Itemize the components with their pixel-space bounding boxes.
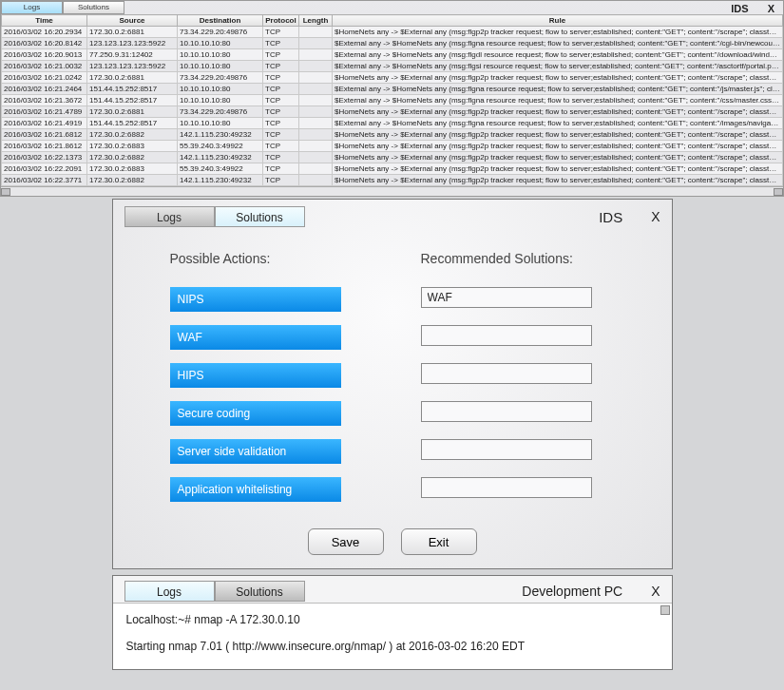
tab-solutions[interactable]: Solutions (63, 1, 124, 14)
table-row[interactable]: 2016/03/02 16:21.8612172.30.0.2:688355.3… (2, 141, 783, 152)
cell-proto: TCP (263, 163, 299, 175)
cell-rule: $External any -> $HomeNets any (msg:flgn… (333, 95, 783, 106)
cell-dst: 142.1.115.230:49232 (178, 152, 263, 163)
cell-time: 2016/03/02 16:20.9013 (2, 49, 87, 61)
recommended-slot-3[interactable] (421, 363, 592, 384)
action-server-side-validation[interactable]: Server side validation (170, 439, 341, 464)
cell-time: 2016/03/02 16:21.6812 (2, 129, 87, 141)
table-row[interactable]: 2016/03/02 16:21.3672151.44.15.252:85171… (2, 95, 783, 106)
cell-len (299, 95, 333, 106)
table-row[interactable]: 2016/03/02 16:21.6812172.30.0.2:6882142.… (2, 129, 783, 141)
cell-proto: TCP (263, 61, 299, 72)
table-row[interactable]: 2016/03/02 16:20.901377.250.9.31:1240210… (2, 49, 783, 61)
cell-time: 2016/03/02 16:21.4789 (2, 106, 87, 118)
cell-src: 172.30.0.2:6881 (87, 106, 178, 118)
cell-len (299, 152, 333, 163)
cell-proto: TCP (263, 84, 299, 95)
horizontal-scrollbar[interactable] (1, 186, 783, 196)
scroll-up-icon[interactable] (660, 605, 670, 615)
cell-src: 172.30.0.2:6883 (87, 141, 178, 152)
recommended-slot-4[interactable] (421, 401, 592, 422)
cell-rule: $HomeNets any -> $External any (msg:flgp… (333, 152, 783, 163)
close-icon[interactable]: X (651, 584, 660, 599)
possible-actions-heading: Possible Actions: (170, 251, 383, 266)
cell-dst: 142.1.115.230:49232 (178, 175, 263, 186)
cell-time: 2016/03/02 16:20.8142 (2, 38, 87, 49)
cell-time: 2016/03/02 16:21.8612 (2, 141, 87, 152)
cell-src: 77.250.9.31:12402 (87, 49, 178, 61)
action-secure-coding[interactable]: Secure coding (170, 401, 341, 426)
col-dest[interactable]: Destination (178, 15, 263, 27)
cell-len (299, 72, 333, 84)
tab-solutions[interactable]: Solutions (215, 206, 305, 227)
cell-dst: 10.10.10.10:80 (178, 38, 263, 49)
cell-time: 2016/03/02 16:21.0242 (2, 72, 87, 84)
table-row[interactable]: 2016/03/02 16:20.2934172.30.0.2:688173.3… (2, 27, 783, 38)
tab-logs[interactable]: Logs (124, 206, 215, 227)
cell-src: 172.30.0.2:6883 (87, 163, 178, 175)
table-row[interactable]: 2016/03/02 16:21.2464151.44.15.252:85171… (2, 84, 783, 95)
cell-proto: TCP (263, 38, 299, 49)
col-source[interactable]: Source (87, 15, 178, 27)
close-icon[interactable]: X (651, 209, 660, 224)
col-protocol[interactable]: Protocol (263, 15, 299, 27)
table-row[interactable]: 2016/03/02 16:22.3771172.30.0.2:6882142.… (2, 175, 783, 186)
close-icon[interactable]: X (768, 3, 774, 14)
cell-proto: TCP (263, 106, 299, 118)
action-waf[interactable]: WAF (170, 325, 341, 350)
table-row[interactable]: 2016/03/02 16:21.0242172.30.0.2:688173.3… (2, 72, 783, 84)
exit-button[interactable]: Exit (401, 528, 477, 555)
cell-len (299, 129, 333, 141)
dev-title: Development PC (522, 584, 622, 599)
table-row[interactable]: 2016/03/02 16:21.4789172.30.0.2:688173.3… (2, 106, 783, 118)
ids-titlebar: IDS X (727, 1, 778, 16)
scroll-right-icon[interactable] (774, 188, 783, 196)
table-row[interactable]: 2016/03/02 16:21.0032123.123.123.123:592… (2, 61, 783, 72)
ids-log-window: Logs Solutions IDS X Time Source Destina… (0, 0, 784, 197)
tab-solutions[interactable]: Solutions (215, 581, 305, 602)
cell-dst: 73.34.229.20:49876 (178, 106, 263, 118)
table-row[interactable]: 2016/03/02 16:22.1373172.30.0.2:6882142.… (2, 152, 783, 163)
cell-proto: TCP (263, 49, 299, 61)
cell-dst: 10.10.10.10:80 (178, 95, 263, 106)
col-rule[interactable]: Rule (333, 15, 783, 27)
col-time[interactable]: Time (2, 15, 87, 27)
ids-tab-strip: Logs Solutions (1, 1, 783, 14)
cell-len (299, 84, 333, 95)
cell-dst: 10.10.10.10:80 (178, 61, 263, 72)
cell-time: 2016/03/02 16:22.1373 (2, 152, 87, 163)
cell-src: 172.30.0.2:6881 (87, 72, 178, 84)
table-row[interactable]: 2016/03/02 16:22.2091172.30.0.2:688355.3… (2, 163, 783, 175)
save-button[interactable]: Save (308, 528, 384, 555)
action-nips[interactable]: NIPS (170, 287, 341, 312)
solutions-window: Logs Solutions IDS X Possible Actions: N… (112, 199, 673, 569)
cell-rule: $HomeNets any -> $External any (msg:flgp… (333, 129, 783, 141)
cell-time: 2016/03/02 16:21.4919 (2, 118, 87, 129)
cell-src: 151.44.15.252:8517 (87, 95, 178, 106)
recommended-heading: Recommended Solutions: (421, 251, 634, 266)
recommended-slot-2[interactable] (421, 325, 592, 346)
cell-src: 151.44.15.252:8517 (87, 84, 178, 95)
table-row[interactable]: 2016/03/02 16:21.4919151.44.15.252:85171… (2, 118, 783, 129)
recommended-slot-6[interactable] (421, 477, 592, 498)
terminal-output[interactable]: Localhost:~# nmap -A 172.30.0.10 Startin… (113, 603, 672, 669)
recommended-slot-1[interactable] (421, 287, 592, 308)
recommended-column: Recommended Solutions: (421, 251, 634, 515)
col-length[interactable]: Length (299, 15, 333, 27)
action-application-whitelisting[interactable]: Application whitelisting (170, 477, 341, 502)
cell-proto: TCP (263, 27, 299, 38)
cell-proto: TCP (263, 72, 299, 84)
cell-rule: $HomeNets any -> $External any (msg:flgp… (333, 106, 783, 118)
cell-dst: 10.10.10.10:80 (178, 49, 263, 61)
table-row[interactable]: 2016/03/02 16:20.8142123.123.123.123:592… (2, 38, 783, 49)
recommended-slot-5[interactable] (421, 439, 592, 460)
terminal-line: Starting nmap 7.01 ( http://www.insecure… (126, 640, 659, 653)
cell-time: 2016/03/02 16:20.2934 (2, 27, 87, 38)
tab-logs[interactable]: Logs (1, 1, 63, 14)
tab-logs[interactable]: Logs (124, 581, 215, 602)
scroll-left-icon[interactable] (1, 188, 10, 196)
cell-rule: $HomeNets any -> $External any (msg:flgp… (333, 27, 783, 38)
ids-title: IDS (731, 3, 748, 14)
action-hips[interactable]: HIPS (170, 363, 341, 388)
cell-src: 123.123.123.123:5922 (87, 38, 178, 49)
